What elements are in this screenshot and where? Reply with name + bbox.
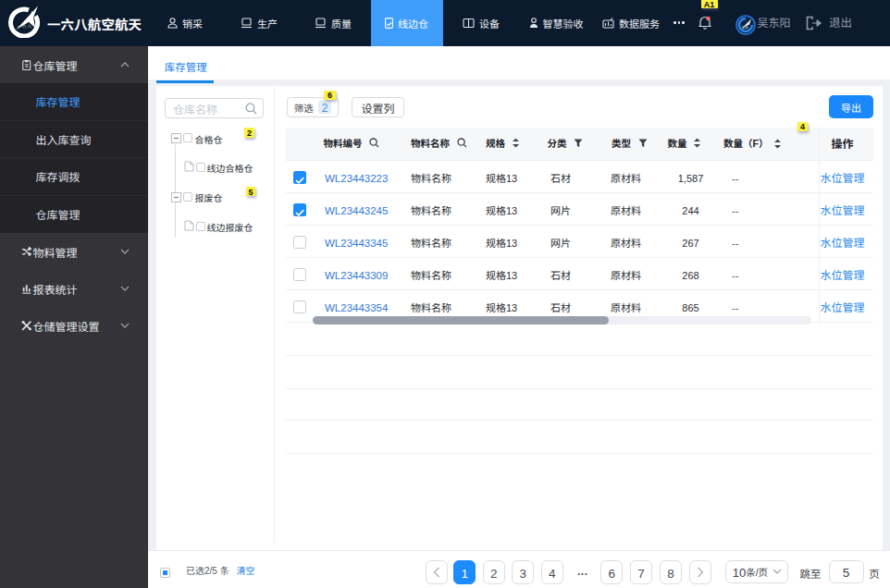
svg-text:一六八: 一六八 bbox=[18, 23, 33, 29]
svg-text:航天: 航天 bbox=[742, 25, 748, 30]
